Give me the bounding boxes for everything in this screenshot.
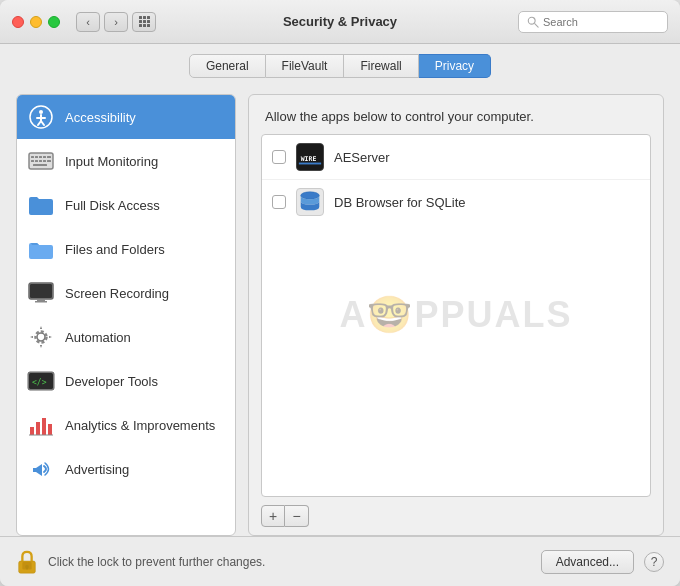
sidebar-item-full-disk-access[interactable]: Full Disk Access [17,183,235,227]
svg-rect-41 [26,566,28,569]
tab-privacy[interactable]: Privacy [419,54,491,78]
svg-rect-22 [37,299,45,301]
grid-icon [139,16,150,27]
svg-line-7 [41,121,44,125]
svg-rect-36 [299,163,321,165]
app-list: WIRE AEServer [261,134,651,497]
svg-rect-10 [35,156,38,158]
traffic-lights [12,16,60,28]
aeserver-icon: WIRE [296,143,324,171]
back-button[interactable]: ‹ [76,12,100,32]
search-icon [527,16,539,28]
svg-rect-23 [35,301,47,303]
analytics-label: Analytics & Improvements [65,418,215,433]
tab-general[interactable]: General [189,54,266,78]
svg-rect-9 [31,156,34,158]
remove-button[interactable]: − [285,505,309,527]
svg-rect-15 [35,160,38,162]
sidebar-item-files-folders[interactable]: Files and Folders [17,227,235,271]
files-folders-icon [27,235,55,263]
svg-rect-12 [43,156,46,158]
svg-point-0 [528,17,535,24]
lock-status-text: Click the lock to prevent further change… [48,555,531,569]
svg-rect-17 [43,160,46,162]
automation-label: Automation [65,330,131,345]
right-panel: A🤓PPUALS Allow the apps below to control… [248,94,664,536]
svg-rect-32 [48,424,52,435]
advertising-label: Advertising [65,462,129,477]
panel-header: Allow the apps below to control your com… [249,95,663,134]
search-input[interactable] [543,16,659,28]
minimize-button[interactable] [30,16,42,28]
aeserver-checkbox[interactable] [272,150,286,164]
developer-tools-label: Developer Tools [65,374,158,389]
svg-rect-16 [39,160,42,162]
table-row: WIRE AEServer [262,135,650,180]
accessibility-label: Accessibility [65,110,136,125]
full-disk-access-label: Full Disk Access [65,198,160,213]
add-button[interactable]: + [261,505,285,527]
search-box[interactable] [518,11,668,33]
svg-rect-18 [47,160,51,162]
monitor-icon [27,279,55,307]
developer-icon: </> [27,367,55,395]
lock-icon [16,549,38,575]
sidebar-item-advertising[interactable]: Advertising [17,447,235,491]
bottom-bar: Click the lock to prevent further change… [0,536,680,586]
dbbrowser-icon [296,188,324,216]
svg-rect-14 [31,160,34,162]
tab-filevault[interactable]: FileVault [266,54,345,78]
svg-point-3 [39,110,43,114]
svg-rect-31 [42,418,46,435]
svg-rect-13 [47,156,51,158]
panel-controls: + − [249,497,663,535]
dbbrowser-name: DB Browser for SQLite [334,195,466,210]
analytics-icon [27,411,55,439]
folder-blue-icon [27,191,55,219]
svg-rect-30 [36,422,40,435]
help-button[interactable]: ? [644,552,664,572]
files-folders-label: Files and Folders [65,242,165,257]
svg-line-1 [535,23,538,26]
svg-point-24 [37,333,45,341]
svg-rect-19 [33,164,47,166]
svg-text:WIRE: WIRE [301,155,317,163]
sidebar-item-input-monitoring[interactable]: Input Monitoring [17,139,235,183]
sidebar-item-accessibility[interactable]: Accessibility [17,95,235,139]
svg-rect-29 [30,427,34,435]
sidebar-item-developer-tools[interactable]: </> Developer Tools [17,359,235,403]
grid-button[interactable] [132,12,156,32]
svg-text:</>: </> [32,378,47,387]
svg-point-37 [301,192,320,199]
dbbrowser-checkbox[interactable] [272,195,286,209]
sidebar: Accessibility [16,94,236,536]
titlebar: ‹ › Security & Privacy [0,0,680,44]
sidebar-item-analytics[interactable]: Analytics & Improvements [17,403,235,447]
sidebar-item-automation[interactable]: Automation [17,315,235,359]
svg-rect-21 [30,284,52,298]
sidebar-item-screen-recording[interactable]: Screen Recording [17,271,235,315]
aeserver-name: AEServer [334,150,390,165]
advertising-icon [27,455,55,483]
tabs-bar: General FileVault Firewall Privacy [0,44,680,86]
nav-buttons: ‹ › [76,12,128,32]
forward-button[interactable]: › [104,12,128,32]
table-row: DB Browser for SQLite [262,180,650,224]
window-title: Security & Privacy [283,14,397,29]
window: ‹ › Security & Privacy General FileVault… [0,0,680,586]
keyboard-icon [27,147,55,175]
close-button[interactable] [12,16,24,28]
input-monitoring-label: Input Monitoring [65,154,158,169]
gear-icon [27,323,55,351]
maximize-button[interactable] [48,16,60,28]
screen-recording-label: Screen Recording [65,286,169,301]
tab-firewall[interactable]: Firewall [344,54,418,78]
svg-rect-11 [39,156,42,158]
main-content: Accessibility [0,86,680,536]
accessibility-icon [27,103,55,131]
advanced-button[interactable]: Advanced... [541,550,634,574]
